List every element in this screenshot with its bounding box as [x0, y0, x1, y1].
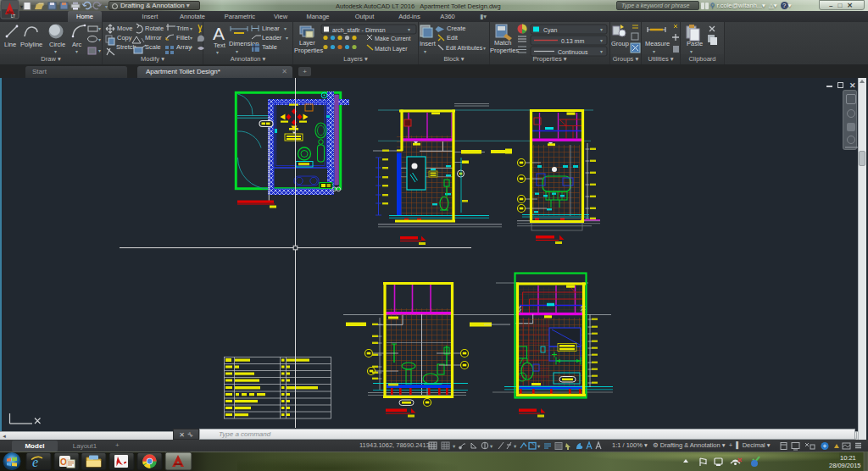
svg-text:Create: Create [447, 25, 466, 32]
svg-text:▾: ▾ [600, 49, 603, 54]
svg-text:▾: ▾ [424, 49, 426, 54]
svg-text:Move: Move [117, 25, 132, 32]
svg-text:Insert: Insert [420, 40, 437, 47]
svg-text:▾: ▾ [98, 48, 101, 53]
svg-text:Make Current: Make Current [375, 36, 410, 42]
svg-text:▾: ▾ [216, 50, 219, 55]
svg-text:Edit: Edit [447, 34, 459, 42]
svg-text:Arc: Arc [72, 41, 82, 48]
svg-text:Match Layer: Match Layer [375, 46, 408, 53]
svg-text:▾: ▾ [20, 4, 23, 9]
svg-text:Stretch: Stretch [116, 43, 136, 51]
svg-text:Match: Match [494, 39, 511, 47]
svg-text:▾: ▾ [190, 36, 192, 41]
svg-text:Leader: Leader [262, 34, 282, 42]
svg-text:▾: ▾ [408, 27, 410, 32]
svg-text:O: O [60, 457, 67, 467]
svg-text:Group: Group [611, 40, 629, 47]
svg-text:Properties: Properties [490, 47, 519, 54]
svg-text:▾: ▾ [600, 27, 603, 32]
svg-text:Linear: Linear [262, 25, 280, 32]
svg-text:10:21: 10:21 [840, 454, 856, 462]
svg-text:▾: ▾ [190, 45, 192, 50]
svg-text:0.13 mm: 0.13 mm [561, 38, 584, 44]
svg-text:▾: ▾ [284, 26, 287, 31]
svg-text:Continuous: Continuous [558, 49, 588, 55]
svg-text:▾: ▾ [653, 49, 655, 54]
svg-text:Layer: Layer [299, 39, 315, 47]
svg-text:Paste: Paste [687, 40, 703, 47]
svg-text:LT: LT [11, 14, 15, 19]
svg-text:▾: ▾ [54, 49, 57, 54]
svg-text:▾: ▾ [483, 46, 486, 51]
svg-text:▾: ▾ [286, 36, 288, 41]
svg-text:Trim: Trim [176, 25, 189, 32]
svg-text:▾: ▾ [75, 49, 78, 54]
svg-text:Mirror: Mirror [145, 34, 162, 42]
svg-text:▾: ▾ [105, 4, 108, 9]
svg-text:▾: ▾ [98, 26, 101, 31]
svg-text:Scale: Scale [145, 43, 161, 51]
svg-text:Rotate: Rotate [145, 25, 164, 32]
svg-text:Copy: Copy [117, 34, 132, 42]
svg-text:28/09/2015: 28/09/2015 [829, 462, 861, 469]
svg-text:▾: ▾ [537, 443, 541, 449]
svg-text:▾: ▾ [690, 49, 693, 54]
svg-text:▾: ▾ [600, 38, 603, 43]
svg-text:Circle: Circle [49, 41, 65, 48]
svg-text:Edit Attributes: Edit Attributes [446, 45, 483, 51]
svg-text:Polyline: Polyline [20, 41, 42, 48]
svg-text:▾: ▾ [236, 49, 238, 54]
svg-text:▾: ▾ [453, 443, 456, 449]
svg-text:arch_staflr - Dimnsn: arch_staflr - Dimnsn [332, 27, 386, 34]
svg-text:▾: ▾ [490, 443, 493, 449]
svg-text:▾: ▾ [190, 26, 192, 31]
svg-text:Properties: Properties [294, 47, 323, 54]
svg-text:Cyan: Cyan [543, 27, 557, 34]
svg-text:Line: Line [4, 41, 16, 48]
svg-text:▾: ▾ [98, 37, 101, 42]
svg-text:▾: ▾ [514, 443, 517, 449]
svg-text:Fillet: Fillet [176, 34, 191, 42]
svg-text:A: A [213, 24, 225, 43]
svg-text:Table: Table [262, 43, 277, 51]
svg-text:▾: ▾ [90, 4, 92, 9]
svg-text:Text: Text [214, 42, 226, 49]
svg-text:Measure: Measure [645, 40, 670, 47]
